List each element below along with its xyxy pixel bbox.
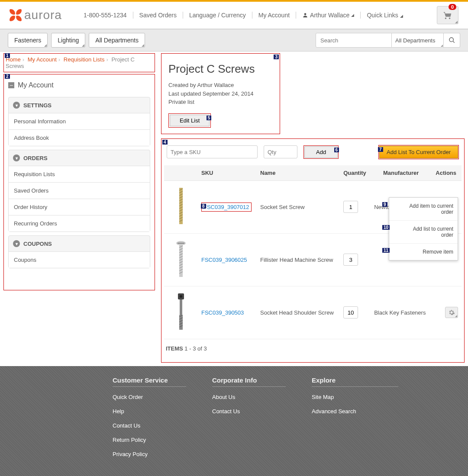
sidebar-item-requisition-lists[interactable]: Requisition Lists bbox=[9, 166, 150, 182]
search-category-select[interactable]: All Departments bbox=[392, 33, 444, 48]
header: aurora 1-800-555-1234 Saved Orders Langu… bbox=[0, 2, 468, 29]
col-actions: Actions bbox=[431, 165, 462, 181]
my-account-link[interactable]: My Account bbox=[252, 12, 296, 19]
annotation-marker: 9 bbox=[382, 202, 387, 207]
phone-number: 1-800-555-1234 bbox=[77, 12, 133, 19]
product-name: Socket Set Screw bbox=[257, 180, 340, 233]
panel-orders: ▾ORDERS Requisition Lists Saved Orders O… bbox=[8, 150, 150, 232]
language-currency-link[interactable]: Language / Currency bbox=[183, 12, 252, 19]
footer-link[interactable]: Site Map bbox=[312, 394, 398, 400]
cart-button[interactable]: 0 bbox=[437, 6, 458, 24]
col-sku: SKU bbox=[198, 165, 257, 181]
table-row: FSC039_390503 Socket Head Shoulder Screw… bbox=[164, 286, 462, 339]
manufacturer: Black Key Fasteners bbox=[371, 286, 431, 339]
nav-tab-fasteners[interactable]: Fasteners bbox=[8, 33, 48, 48]
col-qty: Quantity bbox=[340, 165, 371, 181]
panel-head-coupons[interactable]: ▾COUPONS bbox=[9, 236, 150, 251]
search-group: All Departments bbox=[316, 33, 460, 48]
last-updated: Last updated September 24, 2014 bbox=[168, 90, 273, 98]
panel-head-orders[interactable]: ▾ORDERS bbox=[9, 150, 150, 166]
breadcrumb-requisition-lists[interactable]: Requisition Lists bbox=[64, 56, 105, 63]
sku-input[interactable] bbox=[167, 145, 258, 158]
sidebar-item-coupons[interactable]: Coupons bbox=[9, 251, 150, 268]
col-name: Name bbox=[257, 165, 340, 181]
items-footer: ITEMS 1 - 3 of 3 bbox=[164, 339, 462, 358]
top-controls: 6 Add 7 Add List To Current Order bbox=[164, 143, 462, 165]
annotation-marker: 4 bbox=[162, 140, 168, 145]
row-qty-input[interactable] bbox=[343, 254, 358, 266]
footer: Customer Service Quick Order Help Contac… bbox=[0, 366, 468, 476]
add-button[interactable]: Add bbox=[304, 146, 338, 158]
row-qty-input[interactable] bbox=[343, 306, 358, 318]
add-list-to-order-button[interactable]: Add List To Current Order bbox=[379, 146, 458, 158]
items-table: SKU Name Quantity Manufacturer Actions bbox=[164, 165, 462, 339]
nav-tab-all-departments[interactable]: All Departments bbox=[89, 33, 145, 48]
collapse-icon: − bbox=[8, 82, 14, 88]
row-actions-button[interactable] bbox=[445, 307, 458, 318]
nav-tab-lighting[interactable]: Lighting bbox=[51, 33, 85, 48]
sidebar-item-recurring-orders[interactable]: Recurring Orders bbox=[9, 215, 150, 232]
nav-bar: Fasteners Lighting All Departments All D… bbox=[0, 29, 468, 51]
footer-link[interactable]: Return Policy bbox=[113, 437, 186, 443]
sidebar-item-address-book[interactable]: Address Book bbox=[9, 129, 150, 146]
product-image-icon bbox=[174, 240, 188, 279]
brand-logo[interactable]: aurora bbox=[10, 8, 62, 22]
search-icon bbox=[449, 37, 455, 44]
sidebar-item-saved-orders[interactable]: Saved Orders bbox=[9, 182, 150, 199]
search-button[interactable] bbox=[444, 33, 460, 48]
page-title: Project C Screws bbox=[168, 62, 273, 76]
saved-orders-link[interactable]: Saved Orders bbox=[133, 12, 183, 19]
footer-link[interactable]: Advanced Search bbox=[312, 408, 398, 415]
product-image-icon bbox=[174, 293, 188, 331]
created-by: Created by Arthur Wallace bbox=[168, 81, 273, 90]
sidebar-title[interactable]: − My Account bbox=[4, 74, 155, 93]
annotation-marker: 7 bbox=[378, 147, 383, 152]
edit-list-button[interactable]: Edit List bbox=[170, 115, 210, 126]
product-name: Socket Head Shoulder Screw bbox=[257, 286, 340, 339]
dd-add-list[interactable]: 10 Add list to current order bbox=[389, 221, 458, 244]
sku-link[interactable]: FSC039_390503 bbox=[201, 309, 244, 316]
breadcrumb: 1 Home› My Account› Requisition Lists› P… bbox=[3, 53, 155, 72]
sku-link[interactable]: FSC039_3906025 bbox=[201, 257, 247, 263]
list-header-box: 3 Project C Screws Created by Arthur Wal… bbox=[161, 53, 280, 134]
footer-link[interactable]: Help bbox=[113, 408, 186, 415]
footer-link[interactable]: Contact Us bbox=[212, 408, 286, 415]
annotation-marker: 8 bbox=[201, 204, 206, 209]
sidebar-item-order-history[interactable]: Order History bbox=[9, 199, 150, 215]
col-mfr: Manufacturer bbox=[371, 165, 431, 181]
table-row: 8 FSC039_3907012 Socket Set Screw Newton… bbox=[164, 180, 462, 233]
footer-link[interactable]: Contact Us bbox=[113, 422, 186, 429]
annotation-marker: 5 bbox=[207, 116, 212, 120]
sku-link[interactable]: FSC039_3907012 bbox=[203, 204, 249, 210]
brand-text: aurora bbox=[24, 8, 62, 22]
annotation-marker: 10 bbox=[382, 225, 390, 230]
gear-icon bbox=[448, 309, 455, 316]
panel-settings: ▾SETTINGS Personal Information Address B… bbox=[8, 97, 150, 146]
actions-dropdown: 9 Add item to current order 10 Add list … bbox=[389, 197, 458, 261]
footer-link[interactable]: Privacy Policy bbox=[113, 451, 186, 457]
panel-head-settings[interactable]: ▾SETTINGS bbox=[9, 97, 150, 113]
product-image-icon bbox=[174, 187, 188, 226]
svg-rect-32 bbox=[179, 315, 183, 330]
person-icon bbox=[302, 12, 308, 18]
breadcrumb-my-account[interactable]: My Account bbox=[28, 56, 57, 63]
qty-input[interactable] bbox=[264, 145, 297, 158]
search-input[interactable] bbox=[316, 33, 392, 48]
footer-customer-service: Customer Service Quick Order Help Contac… bbox=[113, 376, 186, 465]
quick-links[interactable]: Quick Links ◢ bbox=[361, 12, 409, 19]
dd-remove-item[interactable]: 11 Remove item bbox=[389, 244, 458, 260]
footer-link[interactable]: Quick Order bbox=[113, 394, 186, 400]
annotation-marker: 11 bbox=[382, 248, 390, 253]
dd-add-item[interactable]: 9 Add item to current order bbox=[389, 198, 458, 221]
header-links: 1-800-555-1234 Saved Orders Language / C… bbox=[77, 12, 432, 19]
svg-point-30 bbox=[180, 295, 182, 298]
user-menu[interactable]: Arthur Wallace ◢ bbox=[296, 12, 361, 19]
chevron-down-icon: ▾ bbox=[13, 240, 20, 247]
annotation-marker: 3 bbox=[274, 55, 279, 59]
list-content-box: 4 6 Add 7 Add List To Current Order bbox=[161, 138, 465, 363]
chevron-down-icon: ▾ bbox=[13, 102, 20, 109]
row-qty-input[interactable] bbox=[343, 201, 358, 213]
annotation-marker: 2 bbox=[5, 74, 10, 79]
sidebar-item-personal-info[interactable]: Personal Information bbox=[9, 113, 150, 129]
footer-link[interactable]: About Us bbox=[212, 394, 286, 400]
